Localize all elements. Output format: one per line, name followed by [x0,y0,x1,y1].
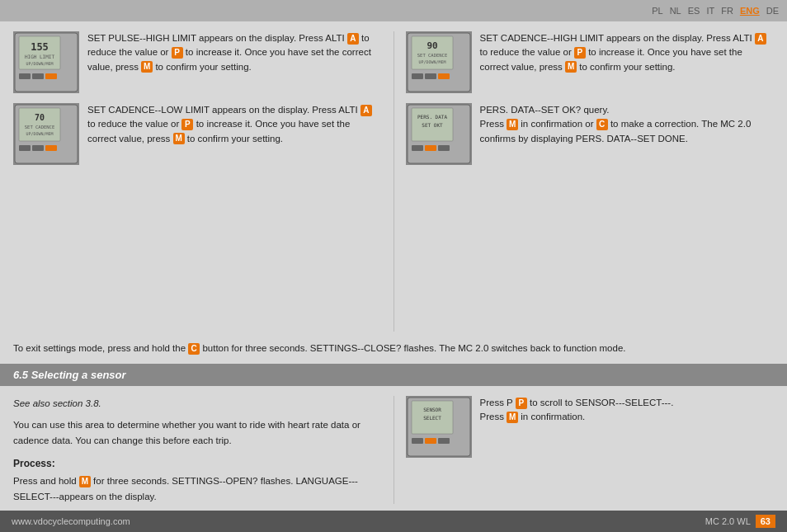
lang-pl[interactable]: PL [652,6,662,16]
key-a-badge-1: A [347,33,359,45]
key-a-badge-2: A [361,105,372,116]
key-p-badge-2: P [181,119,193,130]
bottom-column-divider [394,396,394,504]
lang-eng[interactable]: ENG [740,6,760,16]
svg-rect-15 [45,145,57,151]
svg-rect-23 [438,73,450,79]
svg-text:UP/DOWN/MEM: UP/DOWN/MEM [418,59,445,64]
key-c-exit: C [188,343,200,355]
section-title: 6.5 Selecting a sensor [13,369,126,381]
footer-page: 63 [756,515,775,528]
description-text: You can use this area to determine wheth… [13,417,382,448]
svg-rect-30 [438,145,450,151]
bottom-right-content: SENSOR SELECT Press P P to scroll to SEN… [406,396,775,504]
svg-text:155: 155 [31,41,49,53]
key-a-badge-3: A [755,33,766,45]
svg-text:PERS. DATA: PERS. DATA [417,114,447,120]
svg-text:SET CADENCE: SET CADENCE [25,125,54,129]
svg-rect-14 [32,145,44,151]
svg-rect-28 [412,145,423,151]
svg-rect-7 [45,73,57,79]
key-c-badge-1: C [596,119,608,130]
cadence-high-limit-text: SET CADENCE--HIGH LIMIT appears on the d… [480,31,775,74]
svg-rect-5 [19,73,31,79]
key-p-badge-1: P [172,47,183,59]
svg-rect-37 [438,438,450,444]
key-p-badge-3: P [574,47,586,59]
key-m-badge-2: M [173,133,185,144]
device-image-2: 70 SET CADENCE UP/DOWN/MEM [13,103,79,165]
svg-rect-36 [425,438,436,444]
key-m-sensor: M [507,412,518,423]
svg-rect-22 [425,73,436,79]
svg-rect-21 [412,73,423,79]
device-image-4: PERS. DATA SET OKT [406,103,472,165]
footer-url: www.vdocyclecomputing.com [12,516,130,526]
key-m-badge-1: M [141,61,153,73]
process-text: Press and hold M for three seconds. SETT… [13,473,382,504]
pers-data-text: PERS. DATA--SET OK? query. Press M in co… [480,103,775,146]
column-divider [394,31,394,332]
see-also-text: See also section 3.8. [13,396,382,411]
sensor-select-text: Press P P to scroll to SENSOR---SELECT--… [480,396,775,425]
key-p-sensor: P [516,398,527,409]
svg-rect-13 [19,145,31,151]
right-column: 90 SET CADENCE UP/DOWN/MEM SET CADENCE--… [406,31,775,332]
lang-de[interactable]: DE [766,6,779,16]
language-bar: PL NL ES IT FR ENG DE [0,0,787,21]
pulse-high-limit-text: SET PULSE--HIGH LIMIT appears on the dis… [87,31,382,74]
svg-rect-29 [425,145,436,151]
cadence-high-limit-block: 90 SET CADENCE UP/DOWN/MEM SET CADENCE--… [406,31,775,93]
process-label: Process: [13,456,382,472]
device-image-3: 90 SET CADENCE UP/DOWN/MEM [406,31,472,93]
key-m-badge-4: M [507,119,518,130]
lang-nl[interactable]: NL [670,6,681,16]
lang-es[interactable]: ES [688,6,700,16]
section-header: 6.5 Selecting a sensor [0,364,787,386]
svg-text:UP/DOWN/MEM: UP/DOWN/MEM [26,61,53,66]
svg-text:70: 70 [35,113,45,122]
cadence-low-limit-text: SET CADENCE--LOW LIMIT appears on the di… [87,103,382,146]
main-content: 155 HIGH LIMIT UP/DOWN/MEM SET PULSE--HI… [0,21,787,511]
lang-fr[interactable]: FR [721,6,733,16]
exit-text-block: To exit settings mode, press and hold th… [0,338,787,364]
key-m-process: M [79,476,91,487]
footer: www.vdocyclecomputing.com MC 2.0 WL 63 [0,511,787,532]
page-wrapper: PL NL ES IT FR ENG DE 155 HIGH LIMIT [0,0,787,532]
bottom-section: See also section 3.8. You can use this a… [0,386,787,511]
svg-rect-35 [412,438,423,444]
device-image-1: 155 HIGH LIMIT UP/DOWN/MEM [13,31,79,93]
svg-text:SET CADENCE: SET CADENCE [417,53,446,58]
svg-text:SELECT: SELECT [423,415,441,421]
pers-data-block: PERS. DATA SET OKT PERS. DATA--SET OK? q… [406,103,775,165]
svg-text:SET OKT: SET OKT [422,122,443,128]
footer-model: MC 2.0 WL [705,516,751,526]
svg-rect-6 [32,73,44,79]
device-image-5: SENSOR SELECT [406,396,472,458]
left-column: 155 HIGH LIMIT UP/DOWN/MEM SET PULSE--HI… [13,31,382,332]
footer-right: MC 2.0 WL 63 [705,515,775,528]
svg-text:90: 90 [426,40,437,51]
svg-text:HIGH LIMIT: HIGH LIMIT [25,54,55,59]
bottom-left-content: See also section 3.8. You can use this a… [13,396,382,504]
lang-it[interactable]: IT [706,6,714,16]
top-section: 155 HIGH LIMIT UP/DOWN/MEM SET PULSE--HI… [0,21,787,338]
key-m-badge-3: M [565,61,577,73]
svg-text:SENSOR: SENSOR [423,407,441,412]
pulse-high-limit-block: 155 HIGH LIMIT UP/DOWN/MEM SET PULSE--HI… [13,31,382,93]
cadence-low-limit-block: 70 SET CADENCE UP/DOWN/MEM SET CADENCE--… [13,103,382,165]
svg-text:UP/DOWN/MEM: UP/DOWN/MEM [26,131,53,136]
